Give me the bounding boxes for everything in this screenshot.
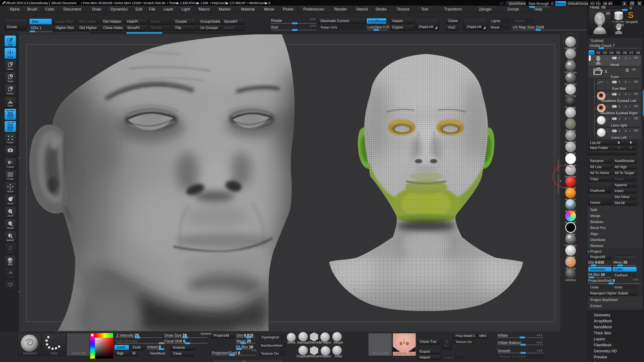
svg-text:S: S	[11, 75, 12, 77]
svg-text:✶ Y Z: ✶ Y Z	[8, 99, 12, 101]
svg-text:M: M	[10, 62, 12, 65]
svg-text:R: R	[10, 87, 12, 89]
svg-text:1:1: 1:1	[8, 222, 12, 225]
svg-text:S: S	[628, 11, 634, 20]
